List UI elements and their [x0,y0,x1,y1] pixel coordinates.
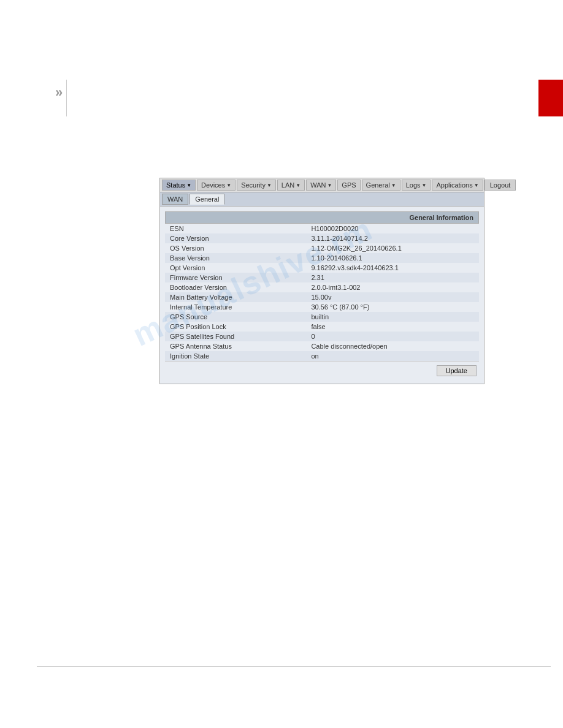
nav-item-wan[interactable]: WAN▼ [306,180,336,191]
info-row: GPS Antenna StatusCable disconnected/ope… [165,341,479,351]
dropdown-arrow-lan: ▼ [296,183,301,188]
info-value: Cable disconnected/open [306,341,479,351]
info-value: 2.31 [306,273,479,282]
info-value: 30.56 °C (87.00 °F) [306,302,479,312]
info-row: GPS Position Lockfalse [165,322,479,332]
red-tab[interactable] [538,80,563,116]
info-label: Opt Version [165,263,306,273]
info-label: OS Version [165,243,306,253]
info-row: Firmware Version2.31 [165,273,479,282]
dropdown-arrow-logs: ▼ [422,183,427,188]
info-value: H100002D0020 [306,224,479,233]
info-label: GPS Satellites Found [165,332,306,341]
tab-general[interactable]: General [190,194,224,205]
info-value: 1.10-20140626.1 [306,253,479,263]
update-btn-row: Update [165,361,479,379]
info-label: Bootloader Version [165,282,306,292]
info-row: GPS Satellites Found0 [165,332,479,341]
content-area: General Information ESNH100002D0020Core … [159,206,484,384]
info-row: GPS Sourcebuiltin [165,312,479,322]
info-label: Base Version [165,253,306,263]
nav-item-applications[interactable]: Applications▼ [432,180,483,191]
main-panel: Status▼Devices▼Security▼LAN▼WAN▼GPSGener… [159,178,484,384]
info-row: Main Battery Voltage15.00v [165,292,479,302]
info-value: 0 [306,332,479,341]
dropdown-arrow-devices: ▼ [226,183,231,188]
bottom-line [37,666,551,667]
info-table: ESNH100002D0020Core Version3.11.1-201407… [165,224,479,361]
nav-item-general[interactable]: General▼ [362,180,400,191]
info-row: Internal Temperature30.56 °C (87.00 °F) [165,302,479,312]
tab-bar: WANGeneral [159,192,484,206]
info-label: GPS Position Lock [165,322,306,332]
info-value: 1.12-OMG2K_26_20140626.1 [306,243,479,253]
info-value: 2.0.0-imt3.1-002 [306,282,479,292]
info-label: Ignition State [165,351,306,361]
info-row: Bootloader Version2.0.0-imt3.1-002 [165,282,479,292]
dropdown-arrow-security: ▼ [267,183,272,188]
nav-item-status[interactable]: Status▼ [162,180,196,191]
left-border-line [66,80,67,116]
nav-bar: Status▼Devices▼Security▼LAN▼WAN▼GPSGener… [159,178,484,192]
dropdown-arrow-wan: ▼ [327,183,332,188]
info-value: builtin [306,312,479,322]
update-button[interactable]: Update [437,365,477,376]
arrow-icon-container: » [55,85,63,100]
nav-item-lan[interactable]: LAN▼ [277,180,305,191]
info-row: Ignition Stateon [165,351,479,361]
info-value: 15.00v [306,292,479,302]
info-row: Opt Version9.16292.v3.sdk4-20140623.1 [165,263,479,273]
logout-button[interactable]: Logout [484,180,516,191]
info-label: Firmware Version [165,273,306,282]
info-label: Main Battery Voltage [165,292,306,302]
dropdown-arrow-status: ▼ [186,183,191,188]
nav-item-devices[interactable]: Devices▼ [197,180,236,191]
info-row: Base Version1.10-20140626.1 [165,253,479,263]
forward-arrow-icon: » [55,85,63,100]
info-label: Core Version [165,233,306,243]
dropdown-arrow-general: ▼ [391,183,396,188]
nav-item-logs[interactable]: Logs▼ [402,180,431,191]
info-row: Core Version3.11.1-20140714.2 [165,233,479,243]
dropdown-arrow-applications: ▼ [474,183,479,188]
info-label: GPS Source [165,312,306,322]
info-label: GPS Antenna Status [165,341,306,351]
info-row: OS Version1.12-OMG2K_26_20140626.1 [165,243,479,253]
section-header: General Information [165,211,479,224]
info-row: ESNH100002D0020 [165,224,479,233]
info-label: Internal Temperature [165,302,306,312]
nav-item-gps[interactable]: GPS [337,180,360,191]
info-label: ESN [165,224,306,233]
info-value: false [306,322,479,332]
info-value: on [306,351,479,361]
nav-item-security[interactable]: Security▼ [237,180,276,191]
tab-wan[interactable]: WAN [162,194,188,205]
info-value: 3.11.1-20140714.2 [306,233,479,243]
info-value: 9.16292.v3.sdk4-20140623.1 [306,263,479,273]
